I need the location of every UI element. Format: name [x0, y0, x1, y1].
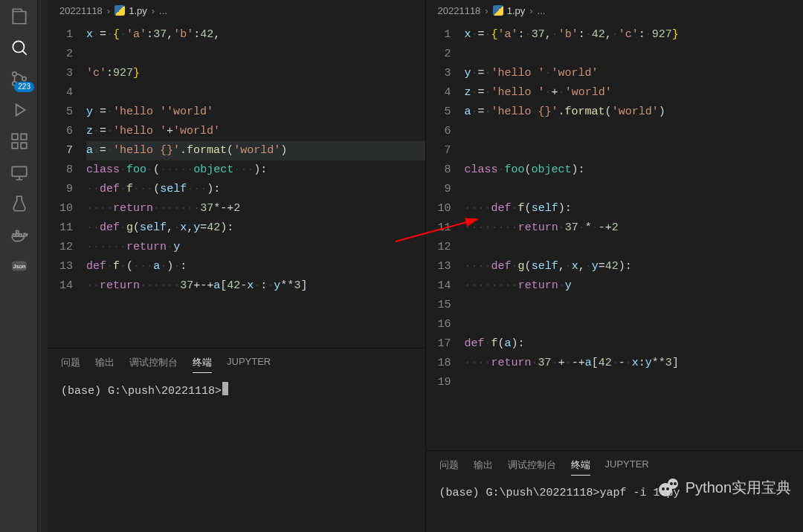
watermark-text: Python实用宝典: [686, 478, 791, 498]
svg-rect-12: [16, 231, 19, 233]
terminal-prompt: (base) G:\push\20221118>yapf -i 1.py: [439, 487, 680, 499]
code-area[interactable]: x·=·{·'a':37,'b':42,'c':927}y·=·'hello '…: [83, 21, 425, 348]
svg-point-1: [13, 72, 16, 76]
activity-bar: 223 Json: [0, 0, 37, 532]
panel-tab[interactable]: 输出: [474, 458, 493, 476]
test-icon[interactable]: [9, 193, 30, 214]
bottom-panel-left: 问题输出调试控制台终端JUPYTER (base) G:\push\202211…: [48, 348, 425, 532]
search-icon[interactable]: [9, 37, 30, 58]
editor-pane-left: 20221118 › 1.py › ... 123456789101112131…: [48, 0, 425, 532]
remote-icon[interactable]: [9, 162, 30, 183]
panel-tabs: 问题输出调试控制台终端JUPYTER: [426, 451, 804, 481]
terminal-left[interactable]: (base) G:\push\20221118>: [48, 379, 425, 414]
panel-tab[interactable]: 终端: [571, 458, 590, 476]
svg-rect-4: [12, 134, 18, 140]
svg-point-3: [22, 77, 26, 80]
panel-tab[interactable]: 问题: [439, 458, 459, 476]
panel-tab[interactable]: 调试控制台: [129, 356, 178, 373]
explorer-icon[interactable]: [9, 6, 30, 27]
debug-icon[interactable]: [9, 100, 30, 120]
svg-rect-7: [21, 143, 27, 149]
breadcrumb-file[interactable]: 1.py: [115, 5, 147, 16]
panel-tab[interactable]: 输出: [95, 356, 115, 373]
extensions-icon[interactable]: [9, 131, 30, 152]
panel-tab[interactable]: JUPYTER: [227, 356, 271, 373]
chevron-right-icon: ›: [529, 5, 532, 16]
editor-right[interactable]: 12345678910111213141516171819 x·=·{'a':·…: [426, 21, 804, 450]
panel-tab[interactable]: JUPYTER: [605, 458, 649, 476]
code-area[interactable]: x·=·{'a':·37,·'b':·42,·'c':·927}y·=·'hel…: [462, 21, 804, 450]
line-number-gutter: 1234567891011121314: [48, 21, 83, 348]
chevron-right-icon: ›: [485, 5, 488, 16]
breadcrumb-file[interactable]: 1.py: [493, 5, 526, 16]
breadcrumbs-right[interactable]: 20221118 › 1.py › ...: [426, 0, 804, 21]
python-icon: [493, 5, 503, 16]
editor-pane-right: 20221118 › 1.py › ... 123456789101112131…: [425, 0, 804, 532]
scm-badge: 223: [14, 82, 34, 92]
svg-point-0: [13, 41, 24, 52]
json-icon[interactable]: Json: [9, 256, 30, 276]
terminal-prompt: (base) G:\push\20221118>: [61, 385, 222, 398]
terminal-cursor: [222, 382, 228, 395]
panel-tab[interactable]: 终端: [193, 356, 212, 373]
panel-tab[interactable]: 调试控制台: [508, 458, 556, 476]
docker-icon[interactable]: [9, 224, 30, 245]
wechat-icon: [659, 479, 681, 498]
panel-tab[interactable]: 问题: [61, 356, 80, 373]
source-control-icon[interactable]: 223: [9, 68, 30, 89]
breadcrumbs-left[interactable]: 20221118 › 1.py › ...: [48, 0, 425, 21]
svg-rect-8: [12, 166, 27, 176]
breadcrumb-folder[interactable]: 20221118: [438, 5, 481, 16]
watermark: Python实用宝典: [659, 478, 791, 498]
panel-tabs: 问题输出调试控制台终端JUPYTER: [48, 348, 425, 379]
svg-rect-5: [21, 134, 27, 140]
svg-rect-6: [12, 143, 18, 149]
chevron-right-icon: ›: [152, 5, 155, 16]
breadcrumb-trail[interactable]: ...: [538, 5, 546, 16]
sidebar-sliver[interactable]: [37, 0, 48, 532]
breadcrumb-trail[interactable]: ...: [159, 5, 167, 16]
editor-left[interactable]: 1234567891011121314 x·=·{·'a':37,'b':42,…: [48, 21, 425, 348]
chevron-right-icon: ›: [107, 5, 110, 16]
breadcrumb-folder[interactable]: 20221118: [59, 5, 103, 16]
python-icon: [115, 5, 125, 16]
line-number-gutter: 12345678910111213141516171819: [426, 21, 462, 450]
